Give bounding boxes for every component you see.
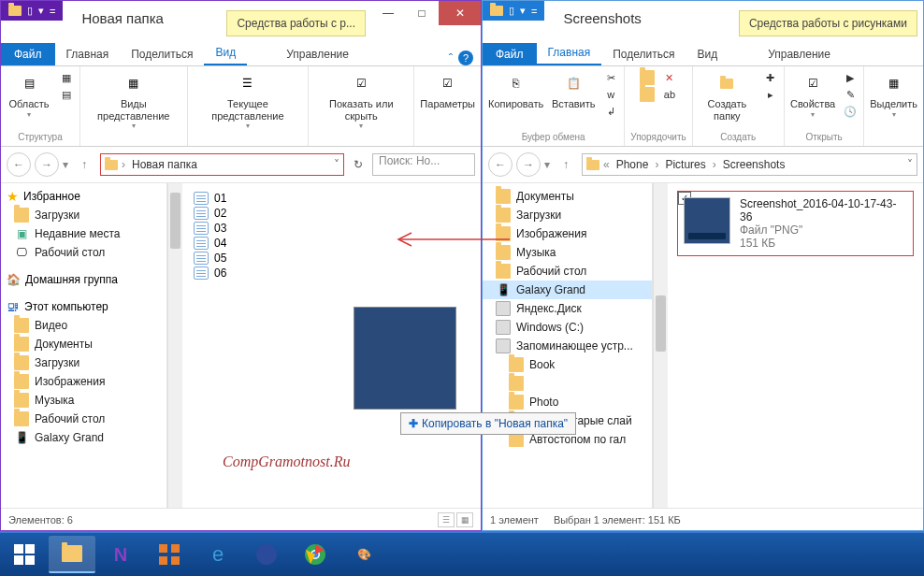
paste-button[interactable]: 📋Вставить — [551, 70, 596, 110]
forward-button[interactable]: → — [516, 152, 541, 177]
start-button[interactable] — [2, 536, 47, 573]
close-button[interactable]: ✕ — [439, 1, 481, 25]
file-item[interactable]: 05 — [192, 251, 471, 266]
tab-share[interactable]: Поделиться — [120, 43, 204, 65]
onenote-task-button[interactable]: N — [97, 536, 144, 573]
paste-shortcut-button[interactable]: ↲ — [603, 104, 618, 119]
easy-access-button[interactable]: ▸ — [763, 87, 778, 102]
titlebar[interactable]: ▯ ▾ = Новая папка Средства работы с р...… — [1, 1, 481, 40]
tab-view[interactable]: Вид — [686, 43, 729, 65]
nav-documents[interactable]: Документы — [1, 335, 166, 353]
nav-sub-blank[interactable] — [483, 374, 652, 393]
refresh-button[interactable]: ↻ — [348, 154, 368, 175]
nav-scrollbar[interactable] — [653, 183, 668, 508]
nav-galaxy-grand[interactable]: 📱Galaxy Grand — [483, 281, 652, 299]
file-item[interactable]: 06 — [192, 266, 471, 281]
file-tab[interactable]: Файл — [1, 43, 55, 65]
paint-task-button[interactable]: 🎨 — [340, 536, 387, 573]
nav-videos[interactable]: Видео — [1, 316, 166, 335]
minimize-button[interactable]: — — [371, 1, 405, 25]
history-dropdown[interactable]: ▾ — [544, 158, 550, 171]
office-task-button[interactable] — [146, 536, 193, 573]
ie-task-button[interactable]: e — [195, 536, 241, 573]
nav-sub-book[interactable]: Book — [483, 355, 652, 374]
up-button[interactable]: ↑ — [554, 152, 578, 177]
nav-sub-photo[interactable]: Photo — [483, 393, 652, 411]
chrome-task-button[interactable] — [292, 536, 339, 573]
firefox-task-button[interactable] — [243, 536, 290, 573]
qat-item[interactable]: ▯ — [509, 5, 514, 17]
pane-opt[interactable]: ▤ — [59, 87, 74, 102]
back-button[interactable]: ← — [488, 152, 513, 177]
nav-scrollbar[interactable] — [167, 183, 182, 508]
qat-item[interactable]: ▯ — [27, 5, 33, 17]
show-hide-button[interactable]: ☑ Показать или скрыть ▾ — [314, 70, 408, 130]
view-tiles-button[interactable]: ▦ — [456, 512, 473, 527]
move-to-button[interactable] — [640, 70, 655, 85]
copy-to-button[interactable] — [640, 87, 655, 102]
nav-homegroup[interactable]: 🏠Домашняя группа — [1, 271, 166, 288]
qat-chevron[interactable]: = — [531, 6, 537, 17]
nav-removable[interactable]: Запоминающее устр... — [483, 337, 652, 355]
nav-favorites[interactable]: ★Избранное — [1, 187, 166, 206]
file-item[interactable]: 02 — [192, 206, 471, 221]
pane-opt[interactable]: ▦ — [59, 70, 74, 85]
edit-button[interactable]: ✎ — [843, 87, 858, 102]
tab-view[interactable]: Вид — [204, 41, 247, 65]
new-folder-button[interactable]: Создать папку — [699, 70, 756, 122]
contextual-tab[interactable]: Средства работы с рисунками — [739, 10, 917, 36]
address-bar[interactable]: › Новая папка ˅ — [100, 153, 344, 176]
nav-pictures[interactable]: Изображения — [1, 372, 166, 391]
open-button[interactable]: ▶ — [843, 70, 858, 85]
back-button[interactable]: ← — [7, 152, 31, 177]
file-tab[interactable]: Файл — [483, 43, 537, 65]
qat-chevron[interactable]: = — [50, 6, 55, 17]
maximize-button[interactable]: □ — [405, 1, 439, 25]
select-button[interactable]: ▦Выделить▾ — [870, 70, 917, 119]
properties-button[interactable]: ☑Свойства▾ — [790, 70, 835, 119]
nav-desktop[interactable]: 🖵Рабочий стол — [1, 243, 166, 262]
delete-button[interactable]: ✕ — [662, 70, 677, 85]
help-icon[interactable]: ? — [458, 50, 473, 65]
nav-downloads[interactable]: Загрузки — [1, 206, 166, 224]
forward-button[interactable]: → — [35, 152, 59, 177]
options-button[interactable]: ☑ Параметры — [420, 70, 475, 110]
nav-galaxy[interactable]: 📱Galaxy Grand — [1, 428, 166, 447]
qat-item[interactable]: ▾ — [520, 5, 526, 17]
explorer-task-button[interactable] — [49, 536, 95, 573]
nav-yandex-disk[interactable]: Яндекс.Диск — [483, 299, 652, 318]
nav-desktop[interactable]: Рабочий стол — [483, 262, 652, 281]
collapse-ribbon-icon[interactable]: ˆ — [449, 51, 453, 65]
history-button[interactable]: 🕓 — [843, 104, 858, 119]
nav-windows-c[interactable]: Windows (C:) — [483, 318, 652, 337]
new-item-button[interactable]: ✚ — [763, 70, 778, 85]
view-details-button[interactable]: ☰ — [438, 512, 455, 527]
history-dropdown[interactable]: ▾ — [63, 158, 68, 171]
tab-manage[interactable]: Управление — [757, 43, 842, 65]
nav-downloads[interactable]: Загрузки — [483, 206, 652, 224]
cut-button[interactable]: ✂ — [603, 70, 618, 85]
address-bar[interactable]: « Phone› Pictures› Screenshots ˅ — [582, 153, 917, 176]
file-list-pane[interactable]: ✓ Screenshot_2016-04-10-17-43-36 Файл "P… — [668, 183, 923, 508]
tab-manage[interactable]: Управление — [275, 43, 360, 65]
tab-home[interactable]: Главная — [55, 43, 121, 65]
nav-documents[interactable]: Документы — [483, 187, 652, 206]
qat-item[interactable]: ▾ — [38, 5, 44, 17]
current-view-button[interactable]: ☰ Текущее представление ▾ — [194, 70, 303, 130]
nav-music[interactable]: Музыка — [1, 391, 166, 410]
copy-button[interactable]: ⎘Копировать — [488, 70, 543, 110]
search-input[interactable]: Поиск: Но... — [372, 153, 475, 176]
tab-share[interactable]: Поделиться — [601, 43, 686, 65]
navigation-pane-button[interactable]: ▤ Область ▾ — [7, 70, 51, 119]
titlebar[interactable]: ▯ ▾ = Screenshots Средства работы с рису… — [483, 1, 923, 40]
up-button[interactable]: ↑ — [72, 152, 96, 177]
views-button[interactable]: ▦ Виды представление ▾ — [86, 70, 181, 130]
file-item-selected[interactable]: ✓ Screenshot_2016-04-10-17-43-36 Файл "P… — [677, 191, 914, 256]
nav-downloads2[interactable]: Загрузки — [1, 353, 166, 372]
tab-home[interactable]: Главная — [537, 41, 602, 65]
nav-thispc[interactable]: 🖳Этот компьютер — [1, 297, 166, 316]
file-item[interactable]: 01 — [192, 191, 471, 206]
contextual-tab[interactable]: Средства работы с р... — [226, 10, 366, 36]
rename-button[interactable]: ab — [662, 87, 677, 102]
copypath-button[interactable]: w — [603, 87, 618, 102]
